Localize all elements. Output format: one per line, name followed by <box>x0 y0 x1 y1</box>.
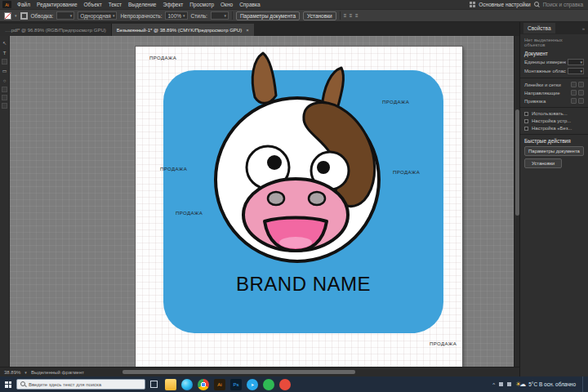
cow-nostril-left <box>268 192 284 205</box>
watermark-text[interactable]: ПРОДАЖА <box>430 341 457 346</box>
illustrator-app-icon: Ai <box>2 1 11 8</box>
search-icon <box>20 381 26 387</box>
help-search-placeholder[interactable]: Поиск и справка <box>543 2 583 7</box>
opacity-value-dropdown[interactable]: 100%▾ <box>165 11 187 20</box>
align-icons[interactable]: ≡ ≡ ≡ <box>344 13 359 18</box>
stroke-width-dropdown[interactable]: ▾ <box>56 11 74 20</box>
watermark-text[interactable]: ПРОДАЖА <box>393 170 420 175</box>
vertical-scrollbar[interactable] <box>514 36 519 367</box>
red-app-icon[interactable] <box>279 379 291 390</box>
cow-pupil-right <box>317 161 330 174</box>
artboards-dropdown[interactable]: ▾ <box>568 68 584 74</box>
selection-tool-icon[interactable]: ↖ <box>1 39 8 47</box>
quick-actions-header: Быстрые действия <box>524 138 584 144</box>
panel-menu-icon[interactable]: » <box>582 26 585 31</box>
units-label: Единицы измерения <box>524 60 566 65</box>
menu-view[interactable]: Просмотр <box>186 2 217 7</box>
cow-pupil-left <box>267 155 282 170</box>
units-dropdown[interactable]: ▾ <box>568 59 584 65</box>
divider <box>520 134 588 135</box>
fill-swatch[interactable] <box>4 12 11 20</box>
weather-widget[interactable]: ☀☁ 5°C В осн. облачно <box>515 381 576 388</box>
close-tab-icon[interactable]: × <box>246 28 249 33</box>
telegram-icon[interactable]: ➤ <box>247 379 258 390</box>
menu-select[interactable]: Выделение <box>125 2 159 7</box>
checkbox[interactable] <box>524 119 528 123</box>
gradient-tool-icon[interactable] <box>2 95 7 100</box>
network-tray-icon[interactable] <box>499 382 503 386</box>
weather-text: 5°C В осн. облачно <box>528 381 576 387</box>
menu-object[interactable]: Объект <box>81 2 105 7</box>
edge-browser-icon[interactable] <box>181 379 193 390</box>
rectangle-tool-icon[interactable]: ▭ <box>1 67 8 74</box>
menu-type[interactable]: Текст <box>105 2 125 7</box>
control-bar: ▾ Обводка: ▾ Однородная▾ Непрозрачность:… <box>0 9 588 22</box>
guides-label: Направляющие <box>524 91 569 96</box>
style-dropdown[interactable]: ▾ <box>211 11 229 20</box>
search-placeholder: Введите здесь текст для поиска <box>29 382 101 387</box>
show-guides-icon[interactable] <box>571 90 577 96</box>
artboards-label: Монтажные области <box>524 69 566 74</box>
zoom-tool-icon[interactable] <box>2 103 7 109</box>
snap-pixel-icon[interactable] <box>578 98 584 104</box>
ellipse-tool-icon[interactable]: ○ <box>1 77 8 84</box>
menu-window[interactable]: Окно <box>217 2 236 7</box>
status-tool-label: Выделенный фрагмент <box>31 370 84 375</box>
pasteboard[interactable]: BRAND NAME ПРОДАЖА ПРОДАЖА ПРОДАЖА ПРОДА… <box>10 36 514 367</box>
task-view-button[interactable] <box>150 381 158 388</box>
brush-tool-icon[interactable] <box>2 87 7 92</box>
illustrator-taskbar-icon[interactable]: Ai <box>214 379 225 390</box>
watermark-text[interactable]: ПРОДАЖА <box>176 211 203 216</box>
grid-icon[interactable] <box>578 82 584 87</box>
pen-tool-icon[interactable] <box>2 59 7 65</box>
rulers-grids-label: Линейки и сетки <box>524 82 569 87</box>
menu-help[interactable]: Справка <box>236 2 264 7</box>
lock-guides-icon[interactable] <box>578 90 584 96</box>
stroke-swatch[interactable] <box>20 12 28 20</box>
properties-panel-tab[interactable]: Свойства <box>523 23 555 33</box>
status-bar: 38.89% ▾ Выделенный фрагмент <box>0 367 519 376</box>
option3-label: Настройка «Без... <box>532 126 584 131</box>
document-tab-untitled1[interactable]: Безымянный-1* @ 38.89% (CMYK/Предпросмот… <box>112 24 254 36</box>
menu-edit[interactable]: Редактирование <box>33 2 81 7</box>
option1-label: Использовать... <box>532 111 584 116</box>
photoshop-taskbar-icon[interactable]: Ps <box>230 379 242 390</box>
workspace-name[interactable]: Основные настройки <box>479 2 530 7</box>
type-tool-icon[interactable]: T <box>1 49 8 56</box>
zoom-level[interactable]: 38.89% <box>4 370 20 375</box>
panel-body: Нет выделенных объектов Документ Единицы… <box>520 34 588 174</box>
menu-effect[interactable]: Эффект <box>159 2 186 7</box>
zoom-caret-icon[interactable]: ▾ <box>24 370 27 375</box>
menu-file[interactable]: Файл <box>14 2 33 7</box>
preferences-quick-button[interactable]: Установки <box>524 158 562 168</box>
snap-grid-icon[interactable] <box>571 98 577 104</box>
file-explorer-icon[interactable] <box>165 379 176 390</box>
preferences-button[interactable]: Установки <box>303 11 336 20</box>
variable-width-dropdown[interactable]: Однородная▾ <box>78 11 117 20</box>
cow-illustration[interactable] <box>201 47 397 275</box>
workspace-switcher-icon[interactable] <box>470 2 475 7</box>
search-icon[interactable] <box>534 2 540 7</box>
volume-tray-icon[interactable] <box>507 382 511 386</box>
document-setup-button[interactable]: Параметры документа <box>236 11 300 20</box>
watermark-text[interactable]: ПРОДАЖА <box>160 167 187 172</box>
fill-caret-icon[interactable]: ▾ <box>15 13 17 18</box>
document-tab-pdf[interactable]: ….pdf* @ 96.89% (RGB/Предпросмотр GPU) <box>0 24 112 36</box>
checkbox[interactable] <box>524 112 528 116</box>
show-desktop-button[interactable] <box>582 376 585 392</box>
start-button[interactable] <box>5 381 11 388</box>
artboard[interactable]: BRAND NAME ПРОДАЖА ПРОДАЖА ПРОДАЖА ПРОДА… <box>136 47 462 367</box>
watermark-text[interactable]: ПРОДАЖА <box>382 100 409 105</box>
stroke-label: Обводка: <box>31 13 54 19</box>
taskbar-search-input[interactable]: Введите здесь текст для поиска <box>16 379 145 390</box>
tools-panel: ↖ T ▭ ○ <box>0 36 10 367</box>
watermark-text[interactable]: ПРОДАЖА <box>149 56 176 60</box>
green-app-icon[interactable] <box>263 379 274 390</box>
document-setup-quick-button[interactable]: Параметры документа <box>524 146 584 156</box>
checkbox[interactable] <box>524 127 528 131</box>
ruler-icon[interactable] <box>571 82 577 87</box>
chrome-browser-icon[interactable] <box>198 379 209 390</box>
brand-name-text[interactable]: BRAND NAME <box>163 273 443 296</box>
horizontal-scrollbar-thumb[interactable] <box>122 370 355 374</box>
tray-chevron-up-icon[interactable]: ^ <box>492 382 495 387</box>
